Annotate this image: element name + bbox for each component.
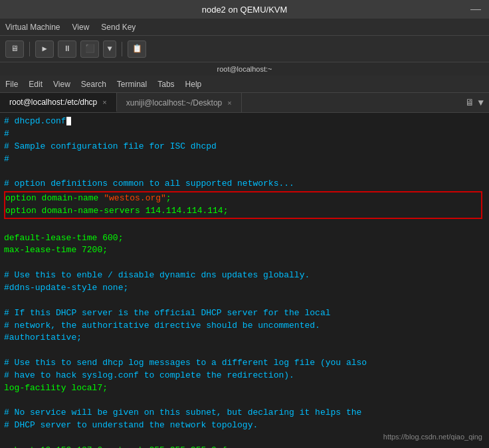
code-line-6: # option definitions common to all suppo… — [4, 178, 485, 190]
code-line-19 — [4, 344, 485, 357]
screenshot-button[interactable]: 📋 — [128, 40, 146, 58]
code-line-5 — [4, 165, 485, 178]
code-line-18: #authoritative; — [4, 332, 485, 344]
tab-dhcp[interactable]: root@localhost:/etc/dhcp × — [0, 93, 117, 112]
tab-desktop[interactable]: xuniji@localhost:~/Desktop × — [117, 93, 242, 112]
tab-actions: 🖥 ▼ — [460, 93, 489, 112]
toolbar: 🖥 ▶ ⏸ ⬛ ▼ 📋 — [0, 36, 489, 62]
code-line-7: option domain-name "westos.org"; — [5, 192, 481, 205]
code-line-27: subnet 10.152.187.0 netmask 255.255.255.… — [4, 445, 485, 448]
tab-dhcp-close[interactable]: × — [102, 98, 106, 106]
code-line-3: # Sample configuration file for ISC dhcp… — [4, 141, 485, 153]
term-menu-view[interactable]: View — [53, 80, 70, 89]
stop-button[interactable]: ⬛ — [80, 40, 99, 58]
code-line-16: # If this DHCP server is the official DH… — [4, 307, 485, 320]
code-line-23 — [4, 395, 485, 408]
code-line-15 — [4, 295, 485, 307]
tab-dropdown-button[interactable]: ▼ — [478, 98, 484, 108]
code-line-13: # Use this to enble / disable dynamic dn… — [4, 269, 485, 282]
term-menu-edit[interactable]: Edit — [29, 80, 43, 89]
terminal-emulator-title: root@localhost:~ — [0, 62, 489, 76]
tab-desktop-close[interactable]: × — [227, 99, 231, 107]
term-menu-file[interactable]: File — [5, 80, 18, 89]
vm-menu-bar: Virtual Machine View Send Key — [0, 19, 489, 36]
vm-menu-send-key[interactable]: Send Key — [101, 23, 136, 32]
term-menu-help[interactable]: Help — [185, 80, 202, 89]
code-line-11: max-lease-time 7200; — [4, 244, 485, 257]
toolbar-divider-2 — [122, 42, 122, 56]
term-menu-tabs[interactable]: Tabs — [157, 80, 174, 89]
code-line-20: # Use this to send dhcp log messages to … — [4, 357, 485, 370]
monitor-button[interactable]: 🖥 — [5, 40, 24, 58]
code-line-1: # dhcpd.conf — [4, 115, 485, 128]
window-title: node2 on QEMU/KVM — [202, 5, 288, 15]
terminal-menu-bar: File Edit View Search Terminal Tabs Help — [0, 76, 489, 93]
code-line-12 — [4, 257, 485, 269]
vm-menu-view[interactable]: View — [72, 23, 90, 32]
code-line-2: # — [4, 128, 485, 141]
toolbar-divider-1 — [29, 42, 30, 56]
terminal-content[interactable]: # dhcpd.conf # # Sample configuration fi… — [0, 113, 489, 448]
code-line-10: default-lease-time 600; — [4, 232, 485, 245]
code-line-8: option domain-name-servers 114.114.114.1… — [5, 205, 481, 218]
tab-dhcp-label: root@localhost:/etc/dhcp — [9, 98, 97, 107]
dropdown-button[interactable]: ▼ — [103, 40, 116, 58]
pause-button[interactable]: ⏸ — [58, 40, 76, 58]
term-menu-search[interactable]: Search — [81, 80, 106, 89]
code-line-14: #ddns-update-style none; — [4, 282, 485, 295]
code-line-4: # — [4, 153, 485, 166]
code-line-24: # No service will be given on this subne… — [4, 407, 485, 419]
code-line-17: # network, the authoritative directive s… — [4, 320, 485, 333]
play-button[interactable]: ▶ — [35, 40, 54, 58]
watermark: https://blog.csdn.net/qiao_qing — [383, 432, 482, 443]
tab-new-button[interactable]: 🖥 — [465, 98, 474, 108]
code-line-22: log-facility local7; — [4, 382, 485, 395]
title-bar: node2 on QEMU/KVM — — [0, 0, 489, 19]
vm-menu-virtual-machine[interactable]: Virtual Machine — [5, 23, 60, 32]
terminal-title-text: root@localhost:~ — [217, 65, 272, 73]
code-line-9 — [4, 220, 485, 232]
highlight-box: option domain-name "westos.org"; option … — [4, 191, 482, 219]
term-menu-terminal[interactable]: Terminal — [117, 80, 147, 89]
tabs-bar: root@localhost:/etc/dhcp × xuniji@localh… — [0, 93, 489, 113]
code-line-25: # DHCP server to understand the network … — [4, 419, 485, 432]
terminal-wrapper: root@localhost:~ File Edit View Search T… — [0, 62, 489, 448]
close-window-button[interactable]: — — [470, 3, 481, 15]
code-line-21: # have to hack syslog.conf to complete t… — [4, 370, 485, 382]
tab-desktop-label: xuniji@localhost:~/Desktop — [126, 98, 223, 108]
